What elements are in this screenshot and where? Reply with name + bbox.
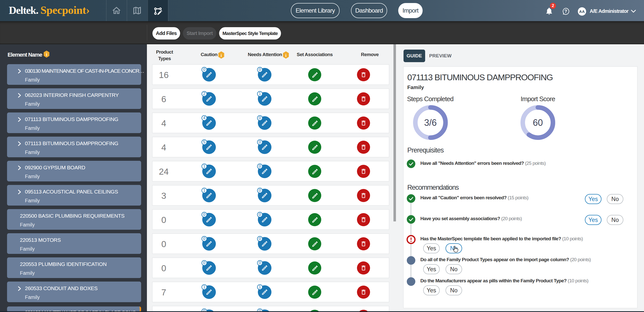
svg-text:i: i — [46, 52, 47, 57]
svg-text:i: i — [285, 53, 287, 58]
svg-text:?: ? — [565, 9, 567, 14]
svg-text:i: i — [221, 53, 222, 58]
